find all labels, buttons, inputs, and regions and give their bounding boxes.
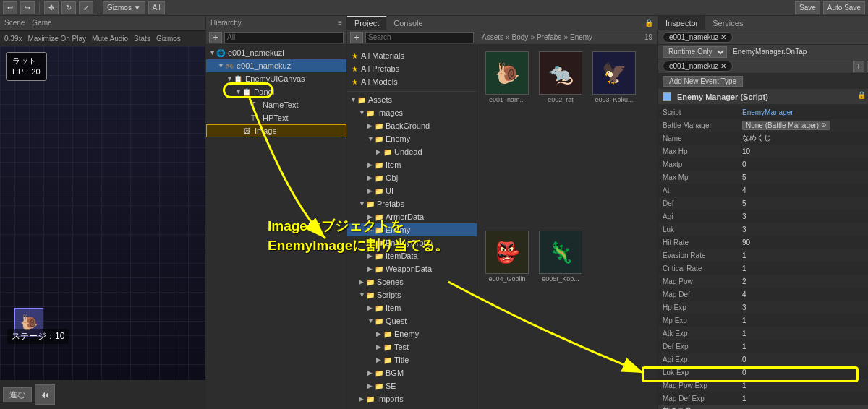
- game-viewport: Scene Game 0.39x Maximize On Play Mute A…: [0, 16, 206, 409]
- asset-item-e004[interactable]: 👺 e004_Goblin: [482, 228, 532, 405]
- proj-enemy2[interactable]: ▶📁Enemy: [347, 223, 477, 236]
- tree-item-nametext[interactable]: T NameText: [206, 98, 346, 111]
- proj-quest[interactable]: ▼📁Quest: [347, 314, 477, 327]
- object-name2: e001_namekuz: [669, 62, 718, 70]
- field-name: Name なめくじ: [658, 132, 868, 145]
- tab-inspector[interactable]: Inspector: [658, 16, 705, 30]
- fav-all-prefabs[interactable]: ★ All Prefabs: [352, 62, 472, 75]
- proj-se[interactable]: ▶📁SE: [347, 379, 477, 392]
- runtime-dropdown[interactable]: Runtime Only: [663, 46, 727, 58]
- field-mpexp: Mp Exp 1: [658, 314, 868, 327]
- section-body: Script EnemyManager Battle Manager None …: [658, 104, 868, 409]
- field-criticalrate: Critical Rate 1: [658, 262, 868, 275]
- tree-item-panel[interactable]: ▼ 📋 Panel: [206, 85, 346, 98]
- proj-undead[interactable]: ▶📁Undead: [347, 145, 477, 158]
- undo-button[interactable]: ↩: [3, 1, 17, 14]
- hierarchy-title: Hierarchy: [210, 19, 242, 27]
- asset-item-e002[interactable]: 🐀 e002_rat: [535, 49, 586, 225]
- redo-button[interactable]: ↪: [20, 1, 35, 14]
- game-controls: 進む ⏮: [0, 380, 205, 409]
- proj-enemygroup[interactable]: ▶📁EnemyGroup: [347, 236, 477, 249]
- stats-label: Stats: [134, 35, 150, 43]
- gizmos-label: Gizmos: [156, 35, 181, 43]
- asset-item-e005[interactable]: 🦎 e005r_Kob...: [535, 228, 586, 405]
- proj-item[interactable]: ▶📁Item: [347, 158, 477, 171]
- proj-test[interactable]: ▶📁Test: [347, 340, 477, 353]
- section-header[interactable]: Enemy Manager (Script) 🔒 ⋮: [658, 90, 868, 104]
- proj-itemdata[interactable]: ▶📁ItemData: [347, 249, 477, 262]
- inspector-panel: Inspector Services e001_namekuz ✕ Runtim…: [658, 16, 868, 409]
- section-checkbox[interactable]: [663, 92, 671, 101]
- proj-weapondata[interactable]: ▶📁WeaponData: [347, 262, 477, 275]
- object-pill[interactable]: e001_namekuz ✕: [663, 32, 733, 43]
- scale-tool[interactable]: ⤢: [79, 1, 93, 14]
- proj-scenes[interactable]: ▶📁Scenes: [347, 275, 477, 288]
- add-event-button[interactable]: Add New Event Type: [663, 76, 743, 87]
- field-magdef: Mag Def 4: [658, 288, 868, 301]
- asset-count: 19: [644, 33, 652, 41]
- proj-enemy3[interactable]: ▶📁Enemy: [347, 327, 477, 340]
- object-x2[interactable]: ✕: [720, 62, 726, 70]
- proj-jmoassets[interactable]: ▼📁JMO Assets: [347, 405, 477, 409]
- breadcrumb-body: Body: [512, 33, 529, 41]
- proj-images[interactable]: ▼📁Images: [347, 106, 477, 119]
- hierarchy-menu-icon[interactable]: ≡: [338, 19, 342, 27]
- hierarchy-add-button[interactable]: +: [209, 32, 222, 43]
- enemy-manager-section: Enemy Manager (Script) 🔒 ⋮ Script EnemyM…: [658, 90, 868, 409]
- proj-title[interactable]: ▶📁Title: [347, 353, 477, 366]
- advance-button[interactable]: 進む: [3, 387, 32, 402]
- proj-item2[interactable]: ▶📁Item: [347, 301, 477, 314]
- proj-assets-root[interactable]: ▼📁Assets: [347, 93, 477, 106]
- field-agi: Agi 3: [658, 210, 868, 223]
- inspector-plus-btn[interactable]: +: [853, 61, 864, 72]
- project-add-button[interactable]: +: [350, 32, 363, 43]
- tree-item-root[interactable]: ▼ 🌐 e001_namekuzi: [206, 46, 346, 59]
- field-battle-manager: Battle Manager None (Battle Manager) ⊙: [658, 119, 868, 132]
- tree-item-e001[interactable]: ▼ 🎮 e001_namekuzi: [206, 59, 346, 72]
- inspector-scroll: Enemy Manager (Script) 🔒 ⋮ Script EnemyM…: [658, 90, 868, 409]
- proj-imports[interactable]: ▶📁Imports: [347, 392, 477, 405]
- asset-item-e003[interactable]: 🦅 e003_Koku...: [589, 49, 639, 225]
- proj-background[interactable]: ▶📁BackGround: [347, 119, 477, 132]
- game-label: Game: [32, 19, 51, 27]
- breadcrumb-sep3: »: [563, 33, 568, 41]
- save-button[interactable]: Save: [795, 1, 820, 14]
- fav-all-materials[interactable]: ★ All Materials: [352, 49, 472, 62]
- field-magpow: Mag Pow 2: [658, 275, 868, 288]
- game-content: ラット HP：20 🐌 ステージ：10: [0, 46, 205, 380]
- object-x[interactable]: ✕: [720, 33, 726, 41]
- proj-scripts[interactable]: ▼📁Scripts: [347, 288, 477, 301]
- proj-prefabs[interactable]: ▼📁Prefabs: [347, 197, 477, 210]
- project-search[interactable]: [365, 32, 474, 43]
- autosave-button[interactable]: Auto Save: [823, 1, 865, 14]
- tab-project[interactable]: Project: [347, 16, 386, 30]
- battle-manager-pill[interactable]: None (Battle Manager) ⊙: [742, 121, 830, 130]
- all-button[interactable]: All: [148, 1, 165, 14]
- field-magdefexp: Mag Def Exp 1: [658, 392, 868, 405]
- breadcrumb-enemy: Enemy: [570, 33, 592, 41]
- proj-obj[interactable]: ▶📁Obj: [347, 171, 477, 184]
- maximize-label: Maximize On Play: [27, 35, 86, 43]
- hierarchy-search[interactable]: [224, 32, 344, 43]
- proj-enemy[interactable]: ▼📁Enemy: [347, 132, 477, 145]
- proj-ui[interactable]: ▶📁UI: [347, 184, 477, 197]
- proj-armordata[interactable]: ▶📁ArmorData: [347, 210, 477, 223]
- breadcrumb-prefabs: Prefabs: [537, 33, 561, 41]
- asset-thumb-e004: 👺: [485, 231, 529, 274]
- tab-services[interactable]: Services: [705, 16, 750, 30]
- fav-all-models[interactable]: ★ All Models: [352, 75, 472, 88]
- gizmos-button[interactable]: Gizmos ▼: [103, 1, 145, 14]
- rotate-tool[interactable]: ↻: [61, 1, 76, 14]
- tree-item-image[interactable]: 🖼 Image: [206, 124, 346, 137]
- move-tool[interactable]: ✥: [44, 1, 59, 14]
- back-button[interactable]: ⏮: [35, 384, 55, 405]
- tree-item-hptext[interactable]: T HPText: [206, 111, 346, 124]
- tree-item-canvas[interactable]: ▼ 📋 EnemyUICanvas: [206, 72, 346, 85]
- tab-console[interactable]: Console: [386, 16, 430, 30]
- asset-item-e001[interactable]: 🐌 e001_nam...: [482, 49, 532, 225]
- asset-thumb-e003: 🦅: [592, 51, 636, 95]
- project-tree-panel: + ★ All Materials ★ All Prefabs: [347, 30, 477, 409]
- object-pill2[interactable]: e001_namekuz ✕: [663, 61, 733, 72]
- hierarchy-tree: ▼ 🌐 e001_namekuzi ▼ 🎮 e001_namekuzi ▼ 📋 …: [206, 45, 346, 409]
- proj-bgm[interactable]: ▶📁BGM: [347, 366, 477, 379]
